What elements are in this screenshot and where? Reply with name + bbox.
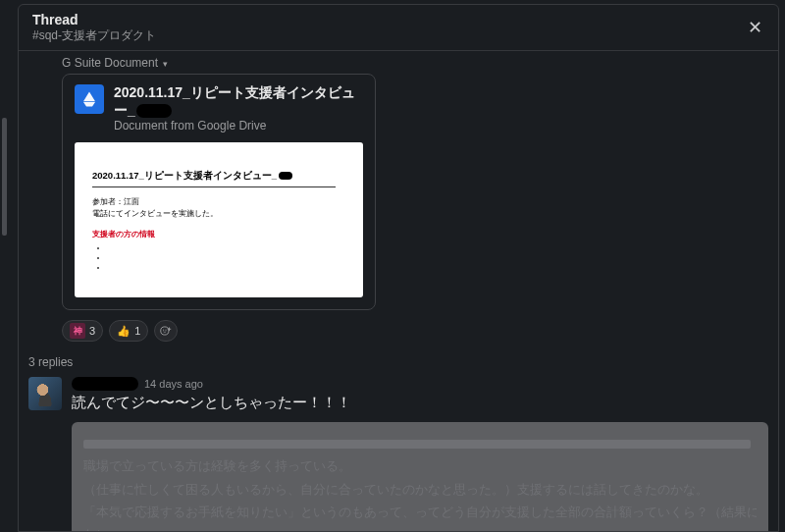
reply-meta: 14 days ago (72, 377, 768, 391)
reaction-count: 1 (134, 325, 140, 337)
svg-point-2 (166, 330, 167, 331)
original-message: G Suite Document ▾ 2020.11.17_リピート支援者インタ… (19, 51, 778, 342)
quoted-line: な） (83, 525, 757, 531)
thread-channel[interactable]: #sqd-支援者プロダクト (32, 27, 764, 44)
thread-header: Thread #sqd-支援者プロダクト ✕ (19, 5, 778, 51)
avatar[interactable] (28, 377, 62, 410)
doc-thumb-bullet (108, 253, 345, 263)
svg-point-0 (161, 327, 169, 335)
reaction-pill[interactable]: 👍 1 (109, 320, 148, 342)
quoted-line (83, 434, 757, 454)
reactions-row-top: 神 3 👍 1 (62, 320, 778, 342)
reaction-count: 3 (89, 325, 95, 337)
quoted-line: 「本気で応援するお手紙を知りたい」というのもあって、ってどう自分が支援した全部の… (83, 503, 757, 523)
quoted-block: 職場で立っている方は経験を多く持っている。 （仕事に忙しくて困る人もいるから、自… (72, 422, 768, 531)
doc-thumb-title: 2020.11.17_リピート支援者インタビュー_ (92, 170, 345, 183)
thread-title: Thread (32, 12, 764, 27)
attachment-source-label[interactable]: G Suite Document ▾ (62, 51, 778, 74)
reply-body: 14 days ago 読んでてジ〜〜〜ンとしちゃったー！！！ 職場で立っている… (72, 377, 768, 531)
doc-thumb-red-heading: 支援者の方の情報 (92, 229, 345, 239)
reply-timestamp[interactable]: 14 days ago (144, 378, 203, 390)
svg-point-1 (163, 330, 164, 331)
attachment-title-group: 2020.11.17_リピート支援者インタビュー_ Document from … (114, 84, 363, 133)
chevron-down-icon: ▾ (163, 59, 168, 69)
reply-text: 読んでてジ〜〜〜ンとしちゃったー！！！ (72, 394, 768, 412)
reaction-pill[interactable]: 神 3 (62, 320, 103, 342)
doc-thumb-line2: 電話にてインタビューを実施した。 (92, 209, 345, 219)
doc-thumb-line1: 参加者：江面 (92, 197, 345, 207)
reply-message: 14 days ago 読んでてジ〜〜〜ンとしちゃったー！！！ 職場で立っている… (19, 373, 778, 531)
thread-panel: Thread #sqd-支援者プロダクト ✕ G Suite Document … (18, 4, 779, 532)
doc-thumb-hr (92, 186, 336, 187)
redacted-username[interactable] (72, 377, 138, 391)
thumbs-up-icon: 👍 (117, 325, 131, 338)
quoted-line: 職場で立っている方は経験を多く持っている。 (83, 456, 757, 477)
doc-thumb-bullet (108, 243, 345, 253)
replies-count: 3 replies (19, 342, 778, 373)
attachment-file-source: Document from Google Drive (114, 119, 363, 133)
redacted-suffix (136, 104, 172, 118)
document-thumbnail[interactable]: 2020.11.17_リピート支援者インタビュー_ 参加者：江面 電話にてインタ… (75, 142, 363, 297)
kami-emoji-icon: 神 (70, 323, 85, 339)
attachment-header: 2020.11.17_リピート支援者インタビュー_ Document from … (75, 84, 363, 133)
google-drive-icon (75, 84, 104, 114)
add-reaction-button[interactable] (154, 320, 178, 342)
thread-content: G Suite Document ▾ 2020.11.17_リピート支援者インタ… (19, 51, 778, 531)
attachment-file-name: 2020.11.17_リピート支援者インタビュー_ (114, 84, 363, 119)
attachment-card[interactable]: 2020.11.17_リピート支援者インタビュー_ Document from … (62, 74, 376, 310)
add-reaction-icon (159, 324, 173, 338)
left-gutter-indicator (2, 118, 7, 236)
doc-thumb-bullets (108, 243, 345, 272)
doc-thumb-bullet (108, 263, 345, 273)
quoted-line: （仕事に忙しくて困る人もいるから、自分に合っていたのかなと思った。）支援するには… (83, 480, 757, 501)
attachment-source-text: G Suite Document (62, 56, 158, 70)
close-icon[interactable]: ✕ (742, 15, 768, 40)
